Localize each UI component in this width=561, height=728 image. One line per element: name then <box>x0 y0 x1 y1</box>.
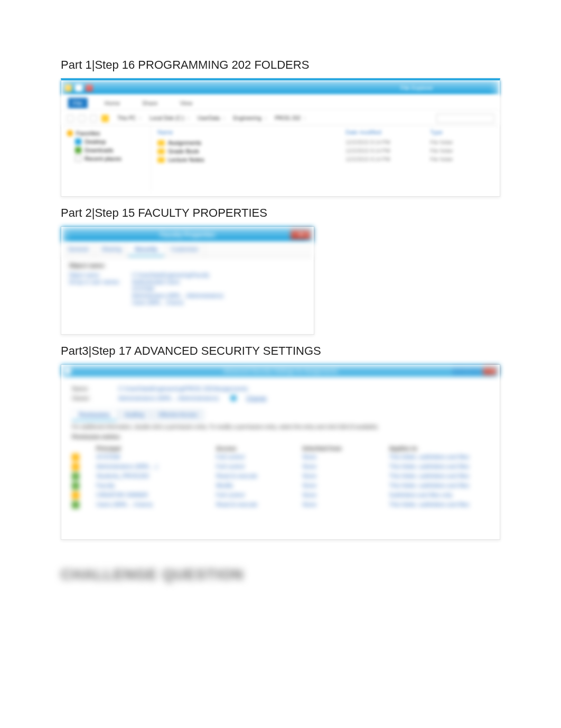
ribbon-home[interactable]: Home <box>99 98 125 108</box>
file-type: File folder <box>430 148 493 154</box>
file-row[interactable]: Assignments 12/2/2015 9:14 PM File folde… <box>157 139 493 147</box>
crumb-2[interactable]: UserData <box>195 115 227 121</box>
search-input[interactable] <box>436 114 494 123</box>
ribbon-view[interactable]: View <box>174 98 198 108</box>
minimize-icon[interactable] <box>452 366 467 375</box>
file-name: Assignments <box>168 140 201 146</box>
perm-applies: This folder, subfolders and files <box>389 454 489 461</box>
tab-sharing[interactable]: Sharing <box>95 243 128 256</box>
properties-screenshot: Faculty Properties ✕ General Sharing Sec… <box>61 226 314 335</box>
advsec-titlebar: Advanced Security Settings for Assignmen… <box>61 365 500 376</box>
perm-row[interactable]: CREATOR OWNERFull controlNoneSubfolders … <box>72 491 489 500</box>
file-date: 12/2/2015 9:14 PM <box>345 140 430 146</box>
perm-row[interactable]: Students_PROG202Read & executeNoneThis f… <box>72 472 489 481</box>
sidebar-desktop[interactable]: Desktop <box>67 137 145 146</box>
perm-row[interactable]: Users (WIN-…\Users)Read & executeNoneThi… <box>72 500 489 510</box>
name-value: C:\UserData\Engineering\PROG 202\Assignm… <box>118 385 248 392</box>
nav-back-icon[interactable] <box>67 115 74 122</box>
file-row[interactable]: Lecture Notes 12/2/2015 9:14 PM File fol… <box>157 155 493 164</box>
subtab-auditing[interactable]: Auditing <box>118 409 151 421</box>
col-date[interactable]: Date modified <box>345 129 430 135</box>
properties-tabs: General Sharing Security Customize <box>61 243 314 257</box>
col-access[interactable]: Access <box>216 445 300 451</box>
explorer-address-bar[interactable]: This PC Local Disk (C:) UserData Enginee… <box>61 111 500 126</box>
explorer-screenshot: File Explorer File Home Share View This … <box>61 78 500 197</box>
sidebar-favorites[interactable]: Favorites <box>67 129 145 137</box>
crumb-3[interactable]: Engineering <box>231 115 268 121</box>
sidebar-downloads[interactable]: Downloads <box>67 146 145 154</box>
perm-applies: This folder, subfolders and files <box>389 501 489 509</box>
file-type: File folder <box>430 140 493 146</box>
perm-principal: Students_PROG202 <box>96 473 213 480</box>
col-name[interactable]: Name <box>157 129 345 135</box>
prop-key <box>69 286 132 292</box>
perm-access: Full control <box>216 463 300 471</box>
ribbon-share[interactable]: Share <box>137 98 163 108</box>
advanced-security-screenshot: Advanced Security Settings for Assignmen… <box>61 364 500 540</box>
tab-customize[interactable]: Customize <box>164 243 205 256</box>
prop-val: Users (WIN-…\Users) <box>132 300 306 306</box>
tab-security[interactable]: Security <box>128 243 164 256</box>
crumb-4[interactable]: PROG 202 <box>273 115 307 121</box>
crumb-1[interactable]: Local Disk (C:) <box>147 115 191 121</box>
ribbon-file[interactable]: File <box>68 98 88 108</box>
perm-principal: Administrators (WIN-…) <box>96 463 213 471</box>
perm-applies: Subfolders and files only <box>389 492 489 499</box>
prop-val: C:\UserData\Engineering\Faculty <box>132 272 306 278</box>
perm-access: Full control <box>216 454 300 461</box>
perm-principal: Users (WIN-…\Users) <box>96 501 213 509</box>
prop-key <box>69 300 132 306</box>
sidebar-label: Favorites <box>76 130 100 136</box>
part3-heading: Part3|Step 17 ADVANCED SECURITY SETTINGS <box>61 344 500 358</box>
perm-access: Full control <box>216 492 300 499</box>
user-icon <box>72 463 79 471</box>
col-principal[interactable]: Principal <box>96 445 213 451</box>
star-icon <box>67 130 73 136</box>
perm-applies: This folder, subfolders and files <box>389 463 489 471</box>
downloads-icon <box>75 147 81 153</box>
folder-icon <box>64 84 72 91</box>
shield-icon <box>64 367 71 374</box>
sidebar-label: Recent places <box>85 155 121 162</box>
perm-inh: None <box>303 492 386 499</box>
perm-row[interactable]: SYSTEMFull controlNoneThis folder, subfo… <box>72 453 489 462</box>
perm-row[interactable]: FacultyModifyNoneThis folder, subfolders… <box>72 481 489 491</box>
maximize-icon[interactable] <box>467 366 482 375</box>
group-icon <box>72 501 79 509</box>
crumb-0[interactable]: This PC <box>115 115 143 121</box>
perm-applies: This folder, subfolders and files <box>389 473 489 480</box>
close-icon[interactable] <box>483 366 498 375</box>
sidebar-recent[interactable]: Recent places <box>67 154 145 163</box>
arrow-icon <box>75 84 82 91</box>
col-applies[interactable]: Applies to <box>389 445 489 451</box>
prop-key <box>69 293 132 299</box>
window-controls[interactable] <box>452 366 498 375</box>
tab-general[interactable]: General <box>61 243 95 256</box>
subtab-effective[interactable]: Effective Access <box>152 409 204 421</box>
user-icon <box>72 492 79 499</box>
perm-principal: CREATOR OWNER <box>96 492 213 499</box>
nav-fwd-icon[interactable] <box>78 115 86 122</box>
explorer-sidebar: Favorites Desktop Downloads Recent place… <box>61 126 151 196</box>
advsec-subtabs: Permissions Auditing Effective Access <box>72 409 489 421</box>
col-type[interactable]: Type <box>430 129 493 135</box>
owner-label: Owner: <box>72 395 109 401</box>
advsec-title: Advanced Security Settings for Assignmen… <box>223 367 338 374</box>
perm-inh: None <box>303 501 386 509</box>
close-icon[interactable]: ✕ <box>291 229 312 239</box>
change-owner-link[interactable]: Change <box>246 395 267 401</box>
col-inherited[interactable]: Inherited from <box>303 445 386 451</box>
properties-title: Faculty Properties <box>160 231 216 238</box>
perm-row[interactable]: Administrators (WIN-…)Full controlNoneTh… <box>72 462 489 472</box>
nav-up-icon[interactable] <box>90 115 97 122</box>
sidebar-label: Desktop <box>85 139 106 145</box>
advsec-note2: Permission entries: <box>72 434 489 440</box>
perm-inh: None <box>303 463 386 471</box>
part2-heading: Part 2|Step 15 FACULTY PROPERTIES <box>61 206 500 220</box>
prop-key: Group or user names: <box>69 279 132 285</box>
explorer-titlebar: File Explorer <box>61 80 500 95</box>
subtab-permissions[interactable]: Permissions <box>72 409 117 421</box>
file-row[interactable]: Grade Book 12/2/2015 9:14 PM File folder <box>157 147 493 155</box>
perm-access: Modify <box>216 482 300 490</box>
challenge-heading: CHALLENGE QUESTION <box>61 566 500 583</box>
